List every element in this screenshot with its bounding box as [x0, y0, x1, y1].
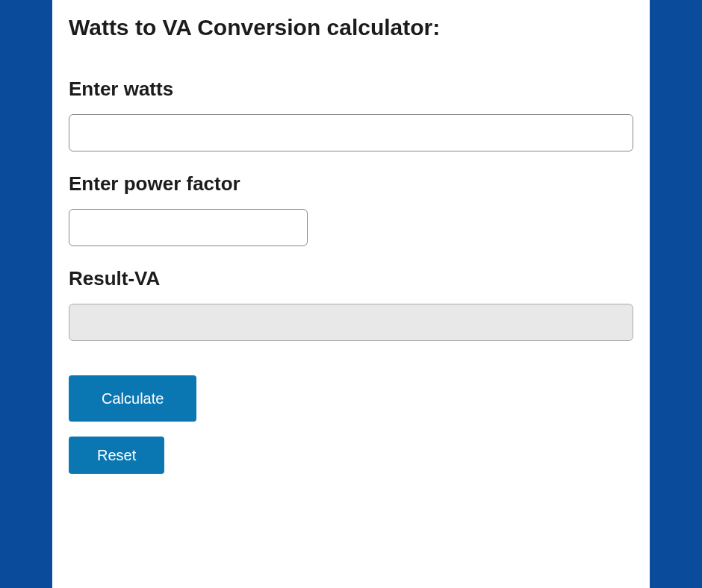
- button-row-reset: Reset: [69, 437, 633, 474]
- result-label: Result-VA: [69, 267, 633, 290]
- power-factor-input[interactable]: [69, 209, 308, 246]
- watts-label: Enter watts: [69, 78, 633, 101]
- button-row: Calculate: [69, 362, 633, 437]
- watts-group: Enter watts: [69, 78, 633, 151]
- result-output: [69, 304, 633, 341]
- calculator-card: Watts to VA Conversion calculator: Enter…: [52, 0, 650, 588]
- power-factor-group: Enter power factor: [69, 172, 633, 246]
- watts-input[interactable]: [69, 114, 633, 151]
- page-title: Watts to VA Conversion calculator:: [69, 15, 633, 40]
- power-factor-label: Enter power factor: [69, 172, 633, 196]
- calculate-button[interactable]: Calculate: [69, 375, 196, 422]
- result-group: Result-VA: [69, 267, 633, 341]
- reset-button[interactable]: Reset: [69, 437, 164, 474]
